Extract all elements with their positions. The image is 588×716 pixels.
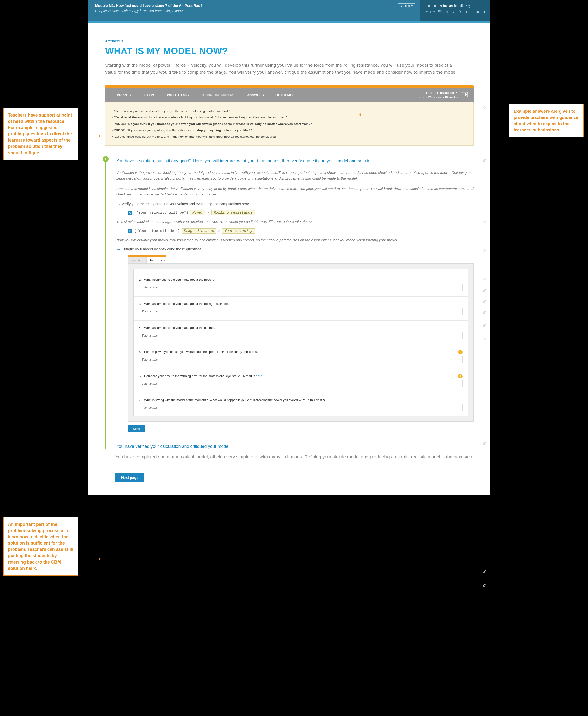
say-line: PROBE: "If you were cycling along the fl…	[112, 128, 467, 133]
svg-rect-3	[439, 11, 439, 12]
edit-icon[interactable]	[482, 311, 486, 314]
brand-logo: computerbasedmath.org	[420, 0, 490, 8]
grid-icon[interactable]	[438, 10, 442, 14]
variable-chip[interactable]: Your velocity	[222, 229, 255, 234]
paragraph: Now you will critique your model. You kn…	[116, 237, 474, 243]
edit-icon[interactable]	[482, 584, 486, 587]
tab-technical-manual[interactable]: TECHNICAL MANUAL	[195, 88, 241, 102]
nav-last-icon[interactable]	[465, 10, 468, 14]
page-title: WHAT IS MY MODEL NOW?	[105, 46, 474, 56]
edit-icon[interactable]	[482, 220, 486, 224]
question-text: 2 – What assumptions did you make about …	[139, 278, 463, 281]
section-lead: You have a solution, but is it any good?…	[116, 158, 474, 164]
activity-eyebrow: ACTIVITY 3	[105, 40, 474, 43]
question-panel: 2 – What assumptions did you make about …	[128, 264, 474, 422]
edit-icon[interactable]	[482, 106, 486, 110]
user-menu-icon[interactable]	[483, 10, 486, 14]
task-instruction: →Critique your model by answering these …	[116, 247, 474, 252]
app-header: Module M1: How fast could I cycle stage …	[88, 0, 490, 21]
intro-text: Starting with the model of power = force…	[105, 62, 462, 76]
timeline-badge: I	[103, 156, 109, 162]
qtab-question[interactable]: Question	[128, 257, 147, 264]
tab-steps[interactable]: STEPS	[139, 88, 161, 102]
edit-icon[interactable]	[482, 323, 486, 328]
edit-icon[interactable]	[482, 337, 486, 341]
timeline: I You have a solution, but is it any goo…	[105, 158, 474, 449]
tab-purpose[interactable]: PURPOSE	[111, 88, 139, 102]
say-line: PROBE: "Do you think if you increase you…	[112, 122, 467, 126]
home-icon[interactable]	[476, 10, 479, 14]
help-icon[interactable]: ?	[458, 374, 463, 378]
question-text: 6 – Compare your time to the winning tim…	[139, 374, 463, 378]
page-indicator: 12 of 32	[424, 10, 435, 14]
say-line: "Here, to verify means to check that you…	[112, 109, 467, 114]
variable-chip[interactable]: Rolling resistance	[211, 210, 255, 215]
run-cell-icon[interactable]: ⊕	[128, 229, 132, 233]
arrow-icon: →	[116, 247, 122, 252]
variable-chip[interactable]: Stage distance	[182, 229, 216, 234]
edit-icon[interactable]	[482, 299, 486, 303]
question-text: 5 – For the power you chose, you worked …	[139, 350, 463, 354]
paragraph: Because this model is so simple, the ver…	[116, 186, 474, 197]
tab-what-to-say[interactable]: WHAT TO SAY	[161, 88, 195, 102]
tab-answers[interactable]: ANSWERS	[241, 88, 270, 102]
closing-text: You have completed one mathematical mode…	[115, 453, 474, 460]
discussion-icon	[461, 92, 468, 98]
edit-icon[interactable]	[482, 159, 486, 162]
code-expression[interactable]: ⊕ (*Your velocity will be*) Power / Roll…	[128, 210, 474, 215]
code-expression[interactable]: ⊕ (*Your time will be*) Stage distance /…	[128, 229, 474, 234]
paragraph: Verification is the process of checking …	[116, 170, 474, 181]
module-title: Module M1: How fast could I cycle stage …	[95, 3, 391, 7]
teacher-tabs: PURPOSE STEPS WHAT TO SAY TECHNICAL MANU…	[105, 88, 474, 102]
callout-arrow	[360, 114, 508, 115]
svg-rect-0	[439, 10, 439, 11]
question-text: 4 – What assumptions did you make about …	[139, 326, 463, 330]
svg-rect-2	[441, 10, 442, 11]
results-link[interactable]: here	[256, 374, 262, 378]
tab-outcomes[interactable]: OUTCOMES	[270, 88, 300, 102]
help-icon[interactable]: ?	[458, 350, 463, 354]
arrow-icon: →	[116, 202, 122, 207]
discussion-meta: GUIDED DISCUSSION Teacher • Whole class …	[416, 91, 458, 99]
question-text: 7 – What is wrong with the model at the …	[139, 398, 463, 402]
nav-first-icon[interactable]	[445, 10, 448, 14]
say-line: "Let's continue building our models, and…	[112, 134, 467, 139]
callout-left-1: Teachers have support at point of need w…	[3, 108, 78, 160]
answer-input[interactable]	[139, 284, 463, 291]
callout-left-2: An important part of the problem-solving…	[3, 517, 78, 576]
callout-arrow	[78, 136, 100, 136]
student-badge[interactable]: Student	[398, 3, 415, 8]
answer-input[interactable]	[139, 356, 463, 363]
edit-icon[interactable]	[482, 249, 486, 253]
answer-input[interactable]	[139, 308, 463, 315]
callout-arrow	[78, 559, 100, 559]
send-button[interactable]: Send	[128, 425, 145, 433]
answer-input[interactable]	[139, 380, 463, 387]
verify-statement: You have verified your calculation and c…	[116, 444, 474, 449]
say-line: "Consider all the assumptions that you m…	[112, 115, 467, 120]
what-to-say-panel: "Here, to verify means to check that you…	[105, 102, 474, 146]
variable-chip[interactable]: Power	[190, 210, 205, 215]
next-page-button[interactable]: Next page	[115, 472, 144, 482]
edit-icon[interactable]	[482, 442, 486, 445]
nav-next-icon[interactable]	[459, 10, 462, 14]
svg-rect-5	[441, 11, 442, 12]
svg-rect-1	[440, 10, 441, 11]
run-cell-icon[interactable]: ⊕	[128, 211, 132, 215]
answer-input[interactable]	[139, 332, 463, 339]
task-instruction: →Verify your model by entering your valu…	[116, 202, 474, 207]
svg-rect-4	[440, 11, 441, 12]
edit-icon[interactable]	[482, 569, 486, 573]
edit-icon[interactable]	[482, 289, 486, 292]
nav-prev-icon[interactable]	[452, 10, 455, 14]
qtab-responses[interactable]: Responses	[147, 257, 168, 264]
panel-ribbon	[105, 85, 474, 88]
callout-right-1: Example answers are given to provide tea…	[509, 104, 584, 137]
paragraph: This simple calculation should agree wit…	[116, 219, 474, 225]
chapter-title: Chapter 2: How much energy is wasted fro…	[95, 9, 391, 13]
edit-icon[interactable]	[482, 278, 486, 282]
answer-input[interactable]	[139, 404, 463, 412]
svg-point-6	[484, 10, 485, 12]
question-text: 3 – What assumptions did you make about …	[139, 302, 463, 306]
